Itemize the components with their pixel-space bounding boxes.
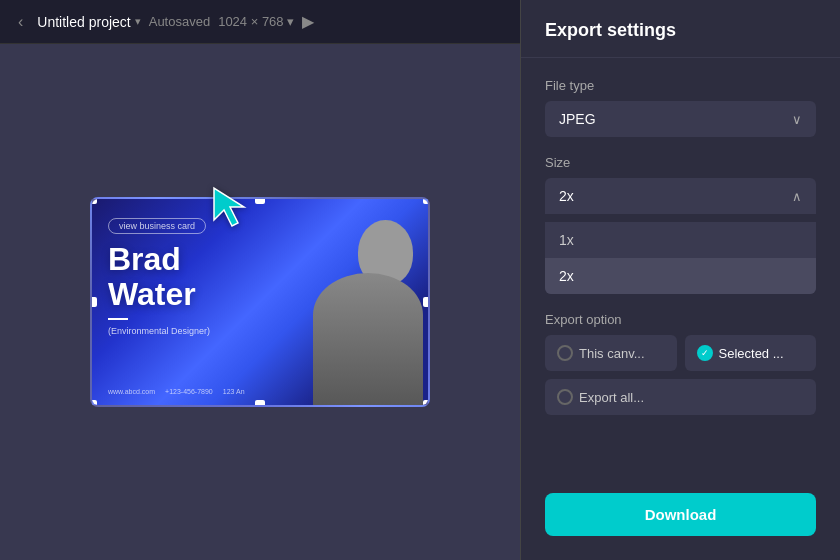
file-type-group: File type JPEG ∨ — [545, 78, 816, 137]
card-title: (Environmental Designer) — [108, 326, 412, 336]
size-chevron-icon: ∧ — [792, 189, 802, 204]
card-website: www.abcd.com — [108, 388, 155, 395]
export-option-group: Export option This canv... ✓ Selected ..… — [545, 312, 816, 415]
canvas-dimensions: 1024 × 768 ▾ — [218, 14, 293, 29]
cursor-arrow — [210, 184, 256, 234]
nav-back-button[interactable]: ‹ — [12, 9, 29, 35]
card-tag: view business card — [108, 218, 206, 234]
canvas-area: ‹ Untitled project ▾ Autosaved 1024 × 76… — [0, 0, 520, 560]
size-option-1x[interactable]: 1x — [545, 222, 816, 258]
panel-title: Export settings — [545, 20, 816, 41]
export-all-option[interactable]: Export all... — [545, 379, 816, 415]
size-value: 2x — [559, 188, 574, 204]
canvas-content: view business card Brad Water (Environme… — [0, 44, 520, 560]
file-type-label: File type — [545, 78, 816, 93]
autosaved-label: Autosaved — [149, 14, 210, 29]
size-label: Size — [545, 155, 816, 170]
file-type-chevron-icon: ∨ — [792, 112, 802, 127]
export-options-grid: This canv... ✓ Selected ... Export all..… — [545, 335, 816, 415]
export-all-label: Export all... — [579, 390, 644, 405]
file-type-value: JPEG — [559, 111, 596, 127]
selected-label: Selected ... — [719, 346, 784, 361]
selected-radio: ✓ — [697, 345, 713, 361]
file-type-select[interactable]: JPEG ∨ — [545, 101, 816, 137]
size-group: Size 2x ∧ 1x 2x — [545, 155, 816, 294]
size-dropdown: 1x 2x — [545, 222, 816, 294]
size-option-2x[interactable]: 2x — [545, 258, 816, 294]
this-canvas-radio — [557, 345, 573, 361]
business-card: view business card Brad Water (Environme… — [90, 197, 430, 407]
panel-header: Export settings — [521, 0, 840, 58]
card-name: Brad Water — [108, 242, 412, 312]
panel-body: File type JPEG ∨ Size 2x ∧ 1x 2x Export … — [521, 58, 840, 493]
this-canvas-label: This canv... — [579, 346, 645, 361]
dimensions-chevron-icon: ▾ — [287, 14, 294, 29]
size-select[interactable]: 2x ∧ — [545, 178, 816, 214]
selected-option[interactable]: ✓ Selected ... — [685, 335, 817, 371]
this-canvas-option[interactable]: This canv... — [545, 335, 677, 371]
card-address: 123 An — [223, 388, 245, 395]
card-inner: view business card Brad Water (Environme… — [92, 199, 428, 405]
download-button[interactable]: Download — [545, 493, 816, 536]
preview-button[interactable]: ▶ — [302, 12, 314, 31]
project-chevron-icon: ▾ — [135, 15, 141, 28]
card-divider — [108, 318, 128, 320]
export-all-radio — [557, 389, 573, 405]
card-phone: +123-456-7890 — [165, 388, 213, 395]
svg-marker-0 — [214, 188, 244, 226]
export-panel: Export settings File type JPEG ∨ Size 2x… — [520, 0, 840, 560]
project-name: Untitled project ▾ — [37, 14, 140, 30]
canvas-toolbar: ‹ Untitled project ▾ Autosaved 1024 × 76… — [0, 0, 520, 44]
card-footer: www.abcd.com +123-456-7890 123 An — [108, 388, 412, 395]
export-option-label: Export option — [545, 312, 816, 327]
